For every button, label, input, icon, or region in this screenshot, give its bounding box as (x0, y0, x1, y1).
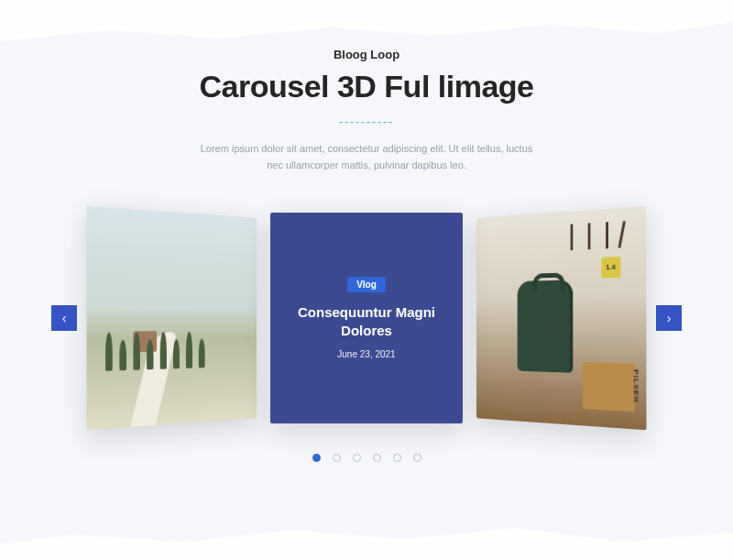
landscape-trees (105, 313, 217, 371)
chevron-left-icon: ‹ (62, 311, 67, 325)
carousel-slide-right[interactable]: 1.4 PILSEN (476, 206, 646, 431)
carousel-dot-1[interactable] (312, 454, 321, 462)
card-category-badge: Vlog (347, 277, 386, 292)
carousel-pagination (312, 454, 421, 462)
carousel-dot-4[interactable] (373, 454, 381, 462)
decorative-wave-bottom (0, 514, 733, 560)
workshop-tool-icon (570, 225, 573, 251)
carousel-dot-6[interactable] (413, 454, 421, 462)
carousel-stage: ‹ Vlog Consequuntur Magni Dolores June 2… (64, 199, 669, 437)
workshop-tool-icon (587, 223, 590, 249)
section-container: Bloog Loop Carousel 3D Ful limage ------… (0, 0, 733, 462)
carousel-slide-left[interactable] (87, 206, 257, 431)
carousel-dot-5[interactable] (393, 454, 401, 462)
yellow-badge: 1.4 (601, 257, 620, 279)
section-title: Carousel 3D Ful limage (200, 69, 534, 104)
carousel-dot-2[interactable] (333, 454, 341, 462)
crate-label: PILSEN (632, 369, 640, 403)
carousel-dot-3[interactable] (353, 454, 361, 462)
section-description: Lorem ipsum dolor sit amet, consectetur … (192, 141, 541, 173)
chevron-right-icon: › (667, 311, 672, 325)
backpack-image (517, 280, 573, 372)
wooden-crate: PILSEN (584, 362, 636, 412)
workshop-tool-icon (606, 222, 608, 248)
carousel-prev-button[interactable]: ‹ (51, 305, 77, 331)
carousel-next-button[interactable]: › (656, 305, 682, 331)
workshop-tool-icon (618, 221, 625, 247)
section-divider: ---------- (339, 115, 394, 128)
card-title: Consequuntur Magni Dolores (293, 303, 440, 341)
carousel-slide-center[interactable]: Vlog Consequuntur Magni Dolores June 23,… (270, 213, 463, 423)
card-date: June 23, 2021 (337, 349, 395, 359)
section-eyebrow: Bloog Loop (334, 48, 399, 61)
